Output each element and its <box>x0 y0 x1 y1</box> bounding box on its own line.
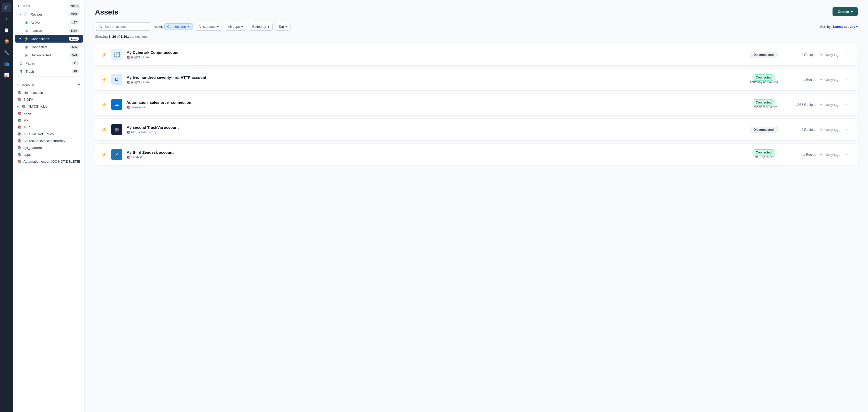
all-apps-filter[interactable]: All apps ▾ <box>225 23 246 31</box>
card-info-1: My Cyberark Conjur account 📚 [kk][QE] fo… <box>126 50 742 59</box>
sidebar: ASSETS 9657 ▼ 📄 Recipes 8535 ◉ Active 15… <box>13 0 85 412</box>
project-5-opa[interactable]: 📚 5-OPA <box>13 96 85 103</box>
sidebar-item-active[interactable]: ◉ Active 157 <box>15 19 83 26</box>
add-project-button[interactable]: + <box>78 82 81 87</box>
tag-filter[interactable]: Tag ▾ <box>275 23 290 31</box>
showing-text: Showing 1–20 of 1,101 connections <box>95 35 858 38</box>
edited-by-filter[interactable]: Edited by ▾ <box>249 23 273 31</box>
connection-card-1: ⚡ 🔄 My Cyberark Conjur account 📚 [kk][QE… <box>95 44 858 66</box>
active-count: 157 <box>70 21 79 25</box>
project-icon: 📚 <box>18 111 22 115</box>
showing-total: 1,101 <box>121 35 129 38</box>
more-button-3[interactable]: ⋯ <box>843 101 851 108</box>
nav-teams[interactable]: 👥 <box>2 59 11 68</box>
project-api-platform[interactable]: 📚 api_platform <box>13 144 85 151</box>
connections-count: 1101 <box>69 37 79 41</box>
nav-tools[interactable]: 🔧 <box>2 48 11 57</box>
active-icon: ◉ <box>24 21 29 25</box>
trash-icon: 🗑 <box>19 69 24 73</box>
connections-list: ⚡ 🔄 My Cyberark Conjur account 📚 [kk][QE… <box>95 44 858 166</box>
more-button-1[interactable]: ⋯ <box>843 51 851 58</box>
nav-home[interactable]: ⊞ <box>2 3 11 12</box>
sidebar-item-connections[interactable]: ▼ ⚡ Connections 1101 <box>15 35 83 42</box>
card-actions-4: 🏷 Apply tags ⋯ <box>820 126 851 133</box>
connected-icon: ◉ <box>24 45 29 49</box>
trash-count: 25 <box>72 69 79 73</box>
sort-value[interactable]: Latest activity ▾ <box>833 25 858 29</box>
remove-asset-filter[interactable]: ✕ <box>187 25 190 28</box>
logo-3: ☁ <box>111 99 122 110</box>
project-alr[interactable]: 📚 ALR <box>13 124 85 131</box>
project-abc[interactable]: 📚 abc <box>13 117 85 124</box>
folder-icon-5: 📚 <box>126 156 130 159</box>
asset-chip[interactable]: Connections ✕ <box>164 24 192 30</box>
nav-analytics[interactable]: 📊 <box>2 70 11 79</box>
card-actions-5: 🏷 Apply tags ⋯ <box>820 151 851 158</box>
card-folder-3: 📚 salesforce <box>126 106 742 109</box>
search-input[interactable] <box>105 25 146 29</box>
card-name-4[interactable]: My second TrackVia account <box>126 125 742 130</box>
project-alr-do-not-touch[interactable]: 📚 ALR_Do_Not_Touch <box>13 131 85 137</box>
sidebar-item-recipes[interactable]: ▼ 📄 Recipes 8535 <box>15 10 83 18</box>
folder-icon-2: 📚 <box>126 80 130 84</box>
project-icon: 📚 <box>22 105 26 108</box>
bolt-icon-5[interactable]: ⚡ <box>101 152 107 157</box>
disconnected-count: 576 <box>70 53 79 57</box>
tag-icon-4: 🏷 <box>820 128 824 132</box>
statuses-chevron-icon: ▾ <box>217 25 219 29</box>
apply-tags-1[interactable]: 🏷 Apply tags <box>820 53 840 57</box>
card-name-2[interactable]: My two hundred seventy-first HTTP accoun… <box>126 75 742 79</box>
project-kk-qe-folder[interactable]: ▶ 📚 [kk][QE] folder <box>13 103 85 110</box>
bolt-icon-4[interactable]: ⚡ <box>101 127 107 132</box>
card-recipes-1: 0 Recipes <box>785 53 816 57</box>
card-recipes-4: 0 Recipes <box>785 128 816 132</box>
card-folder-1: 📚 [kk][QE] folder <box>126 56 742 59</box>
logo-5: Z <box>111 149 122 160</box>
logo-2: 🖥 <box>111 74 122 85</box>
card-recipes-5: 1 Recipe <box>785 153 816 157</box>
more-button-2[interactable]: ⋯ <box>843 76 851 83</box>
project-apps[interactable]: 📚 apps <box>13 151 85 158</box>
project-api-recipe-level[interactable]: 📚 Api recipe-level concurrency <box>13 137 85 144</box>
sort-label: Sort by: <box>820 25 832 29</box>
nav-starred[interactable]: ✦ <box>2 14 11 24</box>
bolt-icon-3[interactable]: ⚡ <box>101 102 107 107</box>
project-icon: 📚 <box>18 132 22 136</box>
sidebar-item-pages[interactable]: 🗒 Pages 21 <box>15 59 83 67</box>
assets-section-header: ASSETS 9657 <box>13 0 85 10</box>
more-button-4[interactable]: ⋯ <box>843 126 851 133</box>
sidebar-item-inactive[interactable]: ◉ Inactive 8378 <box>15 27 83 34</box>
apply-tags-2[interactable]: 🏷 Apply tags <box>820 78 840 81</box>
card-name-5[interactable]: My third Zendesk account <box>126 150 742 154</box>
nav-recipes[interactable]: 📋 <box>2 26 11 35</box>
project-icon: 📚 <box>18 139 22 143</box>
sidebar-item-connected[interactable]: ◉ Connected 525 <box>15 43 83 51</box>
sidebar-item-trash[interactable]: 🗑 Trash 25 <box>15 68 83 75</box>
edited-by-chevron-icon: ▾ <box>268 25 269 29</box>
asset-filter-container: Asset: Connections ✕ <box>154 24 192 30</box>
apply-tags-4[interactable]: 🏷 Apply tags <box>820 128 840 132</box>
status-column-2: Connected Thursday at 7:41 AM <box>746 75 781 84</box>
card-name-1[interactable]: My Cyberark Conjur account <box>126 50 742 55</box>
more-button-5[interactable]: ⋯ <box>843 151 851 158</box>
toolbar: 🔍 Asset: Connections ✕ All statuses ▾ Al… <box>95 23 858 31</box>
card-folder-4: 📚 http_offload_proxy <box>126 131 742 134</box>
recipes-icon: 📄 <box>24 12 29 16</box>
all-statuses-filter[interactable]: All statuses ▾ <box>195 23 222 31</box>
card-info-3: Automation_salesforce_connection 📚 sales… <box>126 100 742 109</box>
apply-tags-3[interactable]: 🏷 Apply tags <box>820 103 840 107</box>
project-automation-export[interactable]: 📚 Automation export [DO NOT DELETE] <box>13 158 85 165</box>
search-box[interactable]: 🔍 <box>95 23 151 31</box>
apply-tags-5[interactable]: 🏷 Apply tags <box>820 153 840 157</box>
bolt-icon-1[interactable]: ⚡ <box>101 52 107 57</box>
create-button[interactable]: Create ▾ <box>833 7 858 16</box>
pages-count: 21 <box>72 61 79 65</box>
sidebar-item-disconnected[interactable]: ◉ Disconnected 576 <box>15 51 83 59</box>
card-name-3[interactable]: Automation_salesforce_connection <box>126 100 742 105</box>
project-home-assets[interactable]: 📚 Home assets <box>13 89 85 96</box>
project-icon: 📚 <box>18 118 22 122</box>
connections-caret: ▼ <box>19 37 22 40</box>
bolt-icon-2[interactable]: ⚡ <box>101 77 107 82</box>
nav-assets[interactable]: 📦 <box>2 37 11 46</box>
project-aaaa[interactable]: 📚 aaaa <box>13 110 85 117</box>
